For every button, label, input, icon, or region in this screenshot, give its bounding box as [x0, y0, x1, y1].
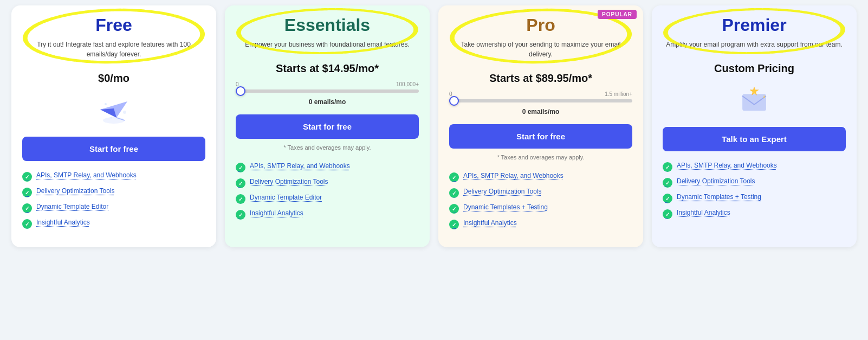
slider-emails-pro: 0 emails/mo — [522, 108, 560, 116]
feature-item[interactable]: Insightful Analytics — [663, 206, 846, 222]
feature-label: Dynamic Template Editor — [250, 194, 322, 201]
slider-emails-essentials: 0 emails/mo — [309, 98, 346, 106]
paper-plane-illustration — [95, 93, 133, 126]
check-icon — [449, 188, 459, 198]
check-icon — [449, 172, 459, 182]
feature-label: APIs, SMTP Relay, and Webhooks — [677, 162, 777, 169]
cta-button-premier[interactable]: Talk to an Expert — [663, 127, 846, 151]
svg-rect-11 — [742, 94, 766, 111]
svg-point-6 — [123, 111, 126, 114]
feature-item[interactable]: Insightful Analytics — [236, 207, 419, 222]
plan-card-essentials: Essentials Empower your business with fo… — [225, 5, 430, 247]
check-icon — [236, 194, 245, 204]
plan-header-essentials: Essentials Empower your business with fo… — [225, 5, 430, 57]
feature-label: Dynamic Templates + Testing — [463, 203, 548, 211]
cta-button-pro[interactable]: Start for free — [449, 124, 632, 149]
features-list-pro: APIs, SMTP Relay, and Webhooks Delivery … — [449, 165, 632, 232]
cta-button-free[interactable]: Start for free — [22, 137, 205, 161]
svg-marker-12 — [750, 87, 759, 95]
feature-label: Insightful Analytics — [677, 209, 730, 216]
pricing-grid: Free Try it out! Integrate fast and expl… — [11, 5, 857, 247]
plan-price-pro: Starts at $89.95/mo* — [489, 72, 592, 85]
feature-label: APIs, SMTP Relay, and Webhooks — [250, 162, 350, 170]
feature-label: Delivery Optimization Tools — [677, 177, 755, 185]
feature-item[interactable]: APIs, SMTP Relay, and Webhooks — [663, 159, 846, 175]
check-icon — [449, 204, 459, 214]
plan-body-pro: Starts at $89.95/mo* 0 1.5 million+ 0 em… — [438, 67, 643, 239]
check-icon — [663, 209, 672, 219]
plan-body-free: $0/mo Start for free APIs, SMTP Relay, a… — [11, 67, 216, 239]
feature-item[interactable]: Dynamic Template Editor — [22, 200, 205, 216]
feature-item[interactable]: Delivery Optimization Tools — [449, 185, 632, 201]
check-icon — [22, 219, 32, 229]
feature-item[interactable]: Insightful Analytics — [22, 216, 205, 232]
check-icon — [236, 163, 245, 172]
svg-marker-3 — [100, 108, 116, 118]
slider-track-essentials[interactable] — [236, 89, 419, 93]
cta-button-essentials[interactable]: Start for free — [236, 114, 419, 139]
feature-item[interactable]: Dynamic Template Editor — [236, 191, 419, 207]
plan-title-premier: Premier — [663, 15, 846, 35]
feature-label: Insightful Analytics — [250, 209, 303, 217]
check-icon — [663, 162, 672, 172]
feature-item[interactable]: APIs, SMTP Relay, and Webhooks — [22, 169, 205, 184]
tax-note-pro: * Taxes and overages may apply. — [497, 154, 584, 161]
feature-label: Insightful Analytics — [36, 219, 90, 226]
feature-label: Delivery Optimization Tools — [36, 187, 115, 195]
slider-thumb-essentials[interactable] — [236, 86, 245, 96]
feature-label: Dynamic Templates + Testing — [677, 193, 761, 201]
feature-item[interactable]: Delivery Optimization Tools — [663, 175, 846, 190]
plan-description-free: Try it out! Integrate fast and explore f… — [22, 40, 205, 59]
slider-container-pro: 0 1.5 million+ — [449, 91, 632, 102]
feature-item[interactable]: Dynamic Templates + Testing — [663, 190, 846, 206]
feature-item[interactable]: Dynamic Templates + Testing — [449, 201, 632, 216]
svg-point-5 — [105, 103, 107, 105]
check-icon — [22, 203, 32, 213]
plan-card-premier: Premier Amplify your email program with … — [652, 5, 857, 247]
check-icon — [663, 194, 672, 203]
popular-badge: POPULAR — [598, 10, 637, 19]
slider-max-pro: 1.5 million+ — [605, 91, 632, 97]
plan-description-premier: Amplify your email program with extra su… — [663, 40, 846, 49]
slider-labels-essentials: 0 100,000+ — [236, 81, 419, 87]
feature-label: APIs, SMTP Relay, and Webhooks — [36, 171, 137, 179]
plan-card-free: Free Try it out! Integrate fast and expl… — [11, 5, 216, 247]
plan-description-essentials: Empower your business with foundational … — [236, 40, 419, 49]
plan-body-premier: Custom Pricing Talk to an Expert APIs, S… — [652, 57, 857, 239]
check-icon — [663, 178, 672, 188]
plan-title-essentials: Essentials — [236, 15, 419, 35]
plan-price-premier: Custom Pricing — [714, 62, 794, 75]
feature-item[interactable]: APIs, SMTP Relay, and Webhooks — [449, 169, 632, 185]
check-icon — [22, 188, 32, 197]
plan-price-essentials: Starts at $14.95/mo* — [276, 62, 379, 75]
features-list-premier: APIs, SMTP Relay, and Webhooks Delivery … — [663, 155, 846, 222]
slider-max-essentials: 100,000+ — [396, 81, 419, 87]
tax-note-essentials: * Taxes and overages may apply. — [283, 144, 371, 151]
svg-point-1 — [103, 117, 125, 124]
slider-track-pro[interactable] — [449, 99, 632, 102]
check-icon — [449, 220, 459, 229]
plan-header-premier: Premier Amplify your email program with … — [652, 5, 857, 57]
features-list-free: APIs, SMTP Relay, and Webhooks Delivery … — [22, 164, 205, 232]
feature-label: Dynamic Template Editor — [36, 203, 108, 210]
svg-point-7 — [111, 117, 112, 119]
plan-description-pro: Take ownership of your sending to maximi… — [449, 40, 632, 59]
features-list-essentials: APIs, SMTP Relay, and Webhooks Delivery … — [236, 155, 419, 222]
feature-item[interactable]: APIs, SMTP Relay, and Webhooks — [236, 159, 419, 175]
feature-item[interactable]: Delivery Optimization Tools — [22, 184, 205, 200]
slider-labels-pro: 0 1.5 million+ — [449, 91, 632, 97]
feature-item[interactable]: Insightful Analytics — [449, 216, 632, 232]
plan-card-pro: POPULAR Pro Take ownership of your sendi… — [438, 5, 643, 247]
envelope-star-illustration — [735, 84, 773, 116]
check-icon — [236, 210, 245, 220]
plan-title-free: Free — [22, 15, 205, 35]
plan-price-free: $0/mo — [98, 72, 129, 85]
feature-label: Delivery Optimization Tools — [250, 178, 328, 185]
feature-item[interactable]: Delivery Optimization Tools — [236, 175, 419, 191]
feature-label: Insightful Analytics — [463, 219, 517, 227]
slider-thumb-pro[interactable] — [449, 96, 459, 106]
plan-body-essentials: Starts at $14.95/mo* 0 100,000+ 0 emails… — [225, 57, 430, 239]
feature-label: APIs, SMTP Relay, and Webhooks — [463, 172, 563, 179]
plan-header-free: Free Try it out! Integrate fast and expl… — [11, 5, 216, 67]
plan-header-pro: POPULAR Pro Take ownership of your sendi… — [438, 5, 643, 67]
